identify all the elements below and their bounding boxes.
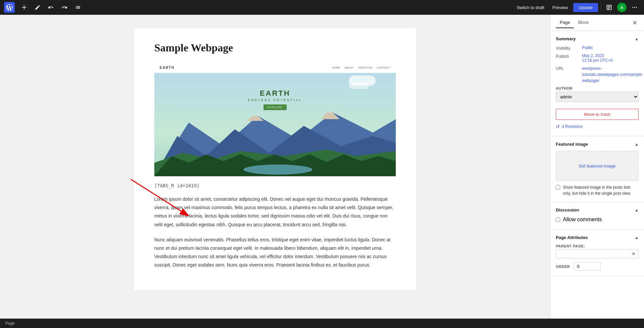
- summary-label: Summary: [556, 36, 576, 41]
- editor-view-toggle[interactable]: [604, 2, 614, 13]
- discussion-chevron: ▲: [635, 208, 639, 213]
- publish-line1: May 2, 2023: [582, 53, 604, 58]
- earth-logo: EARTH: [160, 66, 174, 69]
- more-options-button[interactable]: [629, 2, 640, 13]
- switch-to-draft-button[interactable]: Switch to draft: [514, 3, 547, 12]
- set-featured-image-button[interactable]: Set featured image: [556, 163, 638, 169]
- earth-nav-services: SERVICES: [358, 66, 373, 69]
- parent-page-input-wrap: ✕: [556, 249, 639, 258]
- summary-section-header[interactable]: Summary ▲: [556, 36, 639, 41]
- earth-sub-title: ENDLESS POTENTIAL: [248, 98, 303, 102]
- earth-nav-home: HOME: [332, 66, 340, 69]
- svg-point-4: [636, 7, 637, 8]
- undo-button[interactable]: [46, 2, 56, 13]
- page-attributes-header[interactable]: Page Attributes ▲: [556, 235, 639, 240]
- order-label: ORDER: [556, 265, 570, 269]
- redo-button[interactable]: [59, 2, 70, 13]
- list-view-button[interactable]: [72, 2, 83, 13]
- show-in-posts-row: Show featured image in the posts lists o…: [556, 184, 639, 196]
- featured-image-header[interactable]: Featured image ▲: [556, 142, 639, 147]
- page-attributes-section: Page Attributes ▲ PARENT PAGE: ✕ ORDER: [550, 230, 644, 276]
- url-row: URL wordpress-tutorials.atwebpages.com/s…: [556, 65, 639, 84]
- toolbar-right: Switch to draft Preview Update A: [514, 2, 640, 13]
- visibility-label: Visibility: [556, 45, 579, 51]
- revisions-label: 4 Revisions: [562, 124, 583, 129]
- earth-image: EARTH HOME ABOUT SERVICES CONTACT: [154, 62, 396, 176]
- page-title[interactable]: Sample Webpage: [154, 42, 396, 54]
- parent-clear-icon[interactable]: ✕: [632, 251, 636, 256]
- order-row: ORDER: [556, 262, 639, 271]
- earth-nav-about: ABOUT: [344, 66, 354, 69]
- editor-content: Sample Webpage EARTH HOME ABOUT SERVICES…: [134, 28, 416, 290]
- revisions-icon: ↺: [556, 124, 560, 129]
- tools-button[interactable]: [32, 2, 43, 13]
- update-button[interactable]: Update: [573, 3, 598, 12]
- main-layout: Sample Webpage EARTH HOME ABOUT SERVICES…: [0, 15, 644, 319]
- discussion-section: Discussion ▲ Allow comments: [550, 202, 644, 230]
- earth-nav-contact: CONTACT: [377, 66, 390, 69]
- status-bar-label: Page: [5, 321, 15, 326]
- url-label: URL: [556, 65, 579, 71]
- featured-image-placeholder[interactable]: Set featured image: [556, 151, 639, 181]
- svg-rect-1: [22, 7, 26, 8]
- summary-chevron: ▲: [635, 37, 639, 41]
- discussion-header[interactable]: Discussion ▲: [556, 207, 639, 213]
- parent-page-row: PARENT PAGE: ✕: [556, 244, 639, 258]
- page-attributes-label: Page Attributes: [556, 235, 588, 240]
- add-block-button[interactable]: [19, 2, 30, 13]
- author-select[interactable]: admin: [556, 92, 639, 102]
- visibility-value[interactable]: Public: [582, 45, 593, 50]
- parent-page-label: PARENT PAGE:: [556, 244, 639, 248]
- earth-main-title: EARTH: [248, 89, 303, 98]
- featured-image-chevron: ▲: [635, 142, 639, 147]
- publish-row: Publish May 2, 2023 12:16 pm UTC+0: [556, 53, 639, 63]
- toolbar-separator: [601, 3, 601, 11]
- allow-comments-label: Allow comments: [563, 217, 602, 223]
- sidebar-tabs: Page Block ✕: [550, 15, 644, 31]
- allow-comments-checkbox[interactable]: [556, 218, 560, 222]
- preview-button[interactable]: Preview: [550, 3, 571, 12]
- order-input[interactable]: [574, 262, 601, 271]
- discussion-label: Discussion: [556, 207, 579, 213]
- body-paragraph-1[interactable]: Lorem ipsum dolor sit amet, consectetur …: [154, 195, 396, 229]
- editor-area[interactable]: Sample Webpage EARTH HOME ABOUT SERVICES…: [0, 15, 550, 319]
- featured-image-label: Featured image: [556, 142, 588, 147]
- svg-point-13: [244, 165, 313, 175]
- featured-image-block: EARTH HOME ABOUT SERVICES CONTACT: [154, 62, 396, 176]
- show-in-posts-checkbox[interactable]: [556, 185, 560, 189]
- publish-line2: 12:16 pm UTC+0: [582, 58, 613, 63]
- svg-point-3: [634, 7, 635, 8]
- revisions-row[interactable]: ↺ 4 Revisions: [556, 124, 639, 129]
- shortcode-block[interactable]: [TABS_R id=1019]: [154, 183, 396, 188]
- parent-page-input[interactable]: [559, 251, 632, 256]
- move-to-trash-button[interactable]: Move to trash: [556, 109, 639, 120]
- right-sidebar: Page Block ✕ Summary ▲ Visibility Public…: [550, 15, 644, 319]
- close-sidebar-button[interactable]: ✕: [631, 19, 639, 27]
- earth-nav-links: HOME ABOUT SERVICES CONTACT: [332, 66, 390, 69]
- visibility-row: Visibility Public: [556, 45, 639, 51]
- wp-logo[interactable]: [4, 2, 15, 13]
- tab-block[interactable]: Block: [574, 17, 593, 28]
- publish-value[interactable]: May 2, 2023 12:16 pm UTC+0: [582, 53, 613, 63]
- author-label: AUTHOR: [556, 86, 639, 90]
- user-avatar[interactable]: A: [617, 3, 627, 12]
- featured-image-section: Featured image ▲ Set featured image Show…: [550, 136, 644, 202]
- earth-navbar: EARTH HOME ABOUT SERVICES CONTACT: [154, 62, 396, 73]
- allow-comments-row: Allow comments: [556, 217, 639, 223]
- tab-page[interactable]: Page: [556, 17, 574, 28]
- url-value[interactable]: wordpress-tutorials.atwebpages.com/sampl…: [582, 65, 643, 84]
- summary-section: Summary ▲ Visibility Public Publish May …: [550, 31, 644, 136]
- earth-mountains: [154, 102, 396, 176]
- status-bar: Page: [0, 319, 644, 328]
- page-attributes-chevron: ▲: [635, 235, 639, 240]
- show-in-posts-label: Show featured image in the posts lists o…: [563, 184, 639, 196]
- toolbar: Switch to draft Preview Update A: [0, 0, 644, 15]
- svg-point-2: [632, 7, 633, 8]
- publish-label: Publish: [556, 53, 579, 59]
- earth-clouds: [335, 76, 376, 92]
- body-paragraph-2[interactable]: Nunc aliquam euismod venenatis. Phasellu…: [154, 236, 396, 270]
- toolbar-left: [4, 2, 83, 13]
